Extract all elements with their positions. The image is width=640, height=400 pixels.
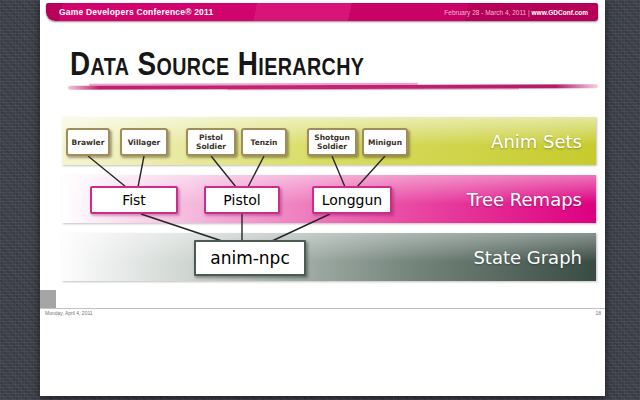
conference-dates-url: February 28 - March 4, 2011 | www.GDConf…: [444, 9, 588, 16]
slide-page: Game Developers Conference® 2011 Februar…: [40, 0, 605, 396]
node-longgun-label: Longgun: [322, 192, 383, 208]
slide-corner-artifact: [40, 290, 56, 308]
node-villager: Villager: [120, 128, 168, 156]
node-anim-npc: anim-npc: [194, 240, 306, 276]
node-longgun: Longgun: [312, 186, 392, 214]
node-pistol-soldier-label: Pistol Soldier: [188, 133, 234, 151]
conference-title: Game Developers Conference® 2011: [59, 7, 213, 17]
node-brawler: Brawler: [66, 128, 110, 156]
band-state-graph: State Graph: [62, 233, 596, 281]
node-villager-label: Villager: [128, 138, 161, 147]
node-tenzin: Tenzin: [241, 128, 287, 156]
node-minigun: Minigun: [362, 128, 408, 156]
conference-dates: February 28 - March 4, 2011: [444, 9, 526, 16]
node-shotgun-soldier-label: Shotgun Soldier: [309, 133, 355, 151]
node-fist: Fist: [90, 186, 178, 214]
desktop-background: Game Developers Conference® 2011 Februar…: [0, 0, 640, 400]
title-underline-brush: [68, 84, 598, 89]
node-pistol: Pistol: [204, 186, 280, 214]
conference-url: www.GDConf.com: [532, 9, 588, 16]
node-pistol-soldier: Pistol Soldier: [186, 128, 236, 156]
node-minigun-label: Minigun: [368, 138, 402, 147]
node-pistol-label: Pistol: [223, 192, 260, 208]
node-brawler-label: Brawler: [72, 138, 105, 147]
node-tenzin-label: Tenzin: [251, 138, 278, 147]
page-title: Data Source Hierarchy: [70, 44, 364, 83]
footer-page-number: 18: [595, 310, 601, 316]
band-label-tree-remaps: Tree Remaps: [467, 189, 582, 210]
node-fist-label: Fist: [122, 192, 146, 208]
node-anim-npc-label: anim-npc: [210, 248, 290, 268]
footer-date: Monday, April 4, 2011: [45, 310, 93, 316]
band-label-state-graph: State Graph: [473, 247, 582, 268]
node-shotgun-soldier: Shotgun Soldier: [307, 128, 357, 156]
footer-divider: [40, 308, 605, 309]
gdc-banner: Game Developers Conference® 2011 Februar…: [46, 3, 598, 21]
band-label-anim-sets: Anim Sets: [491, 131, 582, 152]
banner-divider: |: [528, 9, 530, 16]
